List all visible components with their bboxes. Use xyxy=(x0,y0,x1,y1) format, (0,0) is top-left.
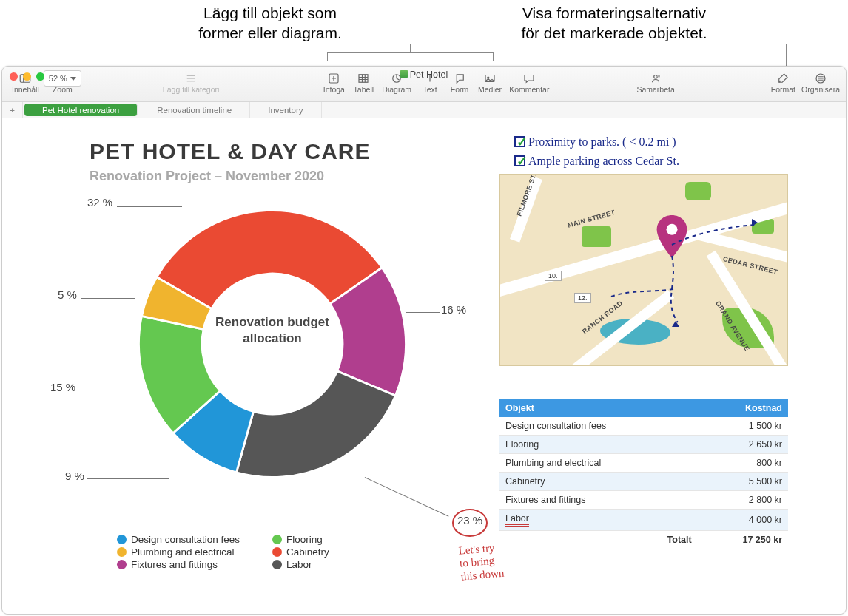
col-header-cost: Kostnad xyxy=(698,399,788,417)
legend-item: Cabinetry xyxy=(272,546,406,558)
cell-item: Fixtures and fittings xyxy=(499,491,698,510)
sheet-tab-label: Inventory xyxy=(268,106,303,115)
shape-icon xyxy=(452,72,467,85)
pct-flooring: 15 % xyxy=(50,381,75,393)
media-button[interactable] xyxy=(479,70,501,87)
insert-button[interactable] xyxy=(323,70,345,87)
legend-swatch xyxy=(117,547,127,557)
toolbar-label-tabell: Tabell xyxy=(354,85,374,94)
add-sheet-button[interactable]: + xyxy=(2,102,23,118)
leader-line xyxy=(406,312,440,313)
table-icon xyxy=(356,72,371,85)
table-row[interactable]: Plumbing and electrical800 kr xyxy=(499,454,788,473)
toolbar-label-text: Text xyxy=(423,85,437,94)
chart-button[interactable] xyxy=(386,70,408,87)
legend-item: Plumbing and electrical xyxy=(117,546,272,558)
toolbar-label-samarbeta: Samarbeta xyxy=(636,85,674,94)
table-row[interactable]: Fixtures and fittings2 800 kr xyxy=(499,491,788,510)
comment-icon xyxy=(522,72,536,85)
cell-cost: 1 500 kr xyxy=(698,417,788,436)
toolbar-label-infoga: Infoga xyxy=(323,85,345,94)
comment-button[interactable] xyxy=(518,70,540,87)
donut-slice xyxy=(236,371,395,478)
legend-swatch xyxy=(272,547,282,557)
page-title: PET HOTEL & DAY CARE xyxy=(90,139,371,164)
svg-rect-8 xyxy=(359,75,368,83)
toolbar-label-format: Format xyxy=(771,85,795,94)
legend-item: Flooring xyxy=(272,534,406,545)
brush-icon xyxy=(775,72,790,85)
leader-line xyxy=(87,478,169,479)
pct-plumbing: 5 % xyxy=(58,288,77,301)
legend-swatch xyxy=(272,560,282,569)
table-row[interactable]: Flooring2 650 kr xyxy=(499,436,788,454)
zoom-value: 52 % xyxy=(49,74,67,83)
callouts: Lägg till objekt som former eller diagra… xyxy=(0,0,848,67)
organize-button[interactable] xyxy=(810,70,832,87)
table-row[interactable]: Cabinetry5 500 kr xyxy=(499,473,788,491)
plus-icon: + xyxy=(10,106,15,115)
sheet-tab-label: Pet Hotel renovation xyxy=(42,106,119,115)
table-button[interactable] xyxy=(352,70,374,87)
checkbox-icon: ✓ xyxy=(514,136,525,147)
table-row[interactable]: Labor4 000 kr xyxy=(499,510,788,531)
legend-label: Flooring xyxy=(286,534,323,545)
handwritten-text: Proximity to parks. ( < 0.2 mi ) xyxy=(528,135,676,148)
shape-button[interactable] xyxy=(448,70,471,87)
toolbar-label-zoom: Zoom xyxy=(53,85,73,94)
add-category-button[interactable] xyxy=(180,70,202,87)
handwritten-text: Ample parking across Cedar St. xyxy=(528,155,679,167)
svg-marker-16 xyxy=(457,75,463,83)
pct-cabinetry: 32 % xyxy=(87,196,112,209)
cell-cost: 800 kr xyxy=(698,454,788,473)
legend-item: Labor xyxy=(272,559,406,570)
legend-label: Plumbing and electrical xyxy=(131,546,235,558)
zoom-dropdown[interactable]: 52 % xyxy=(44,70,81,87)
map-illustration: FILMORE ST. MAIN STREET CEDAR STREET RAN… xyxy=(499,174,788,366)
total-value: 17 250 kr xyxy=(698,531,788,549)
text-icon xyxy=(423,72,437,85)
cell-cost: 2 800 kr xyxy=(698,491,788,510)
text-button[interactable] xyxy=(419,70,441,87)
minimize-icon[interactable] xyxy=(23,72,31,81)
handwritten-note-1: ✓Proximity to parks. ( < 0.2 mi ) xyxy=(514,135,676,150)
total-label: Totalt xyxy=(499,531,698,549)
handwritten-note-2: ✓Ample parking across Cedar St. xyxy=(514,154,679,169)
col-header-item: Objekt xyxy=(499,399,698,417)
sheet-tab-label: Renovation timeline xyxy=(157,106,232,115)
close-icon[interactable] xyxy=(10,72,18,81)
table-row[interactable]: Design consultation fees1 500 kr xyxy=(499,417,788,436)
annotation-circle xyxy=(452,509,488,537)
sheet-tab-timeline[interactable]: Renovation timeline xyxy=(139,102,250,118)
insert-icon xyxy=(326,72,341,85)
legend-label: Design consultation fees xyxy=(131,534,240,545)
table-header-row: Objekt Kostnad xyxy=(499,399,788,417)
toolbar-label-diagram: Diagram xyxy=(382,85,411,94)
document-canvas: PET HOTEL & DAY CARE Renovation Project … xyxy=(2,118,846,614)
cell-cost: 5 500 kr xyxy=(698,473,788,491)
callout-insert-objects-text: Lägg till objekt som former eller diagra… xyxy=(198,4,342,41)
legend-item: Design consultation fees xyxy=(117,534,272,545)
legend-item: Fixtures and fittings xyxy=(117,559,272,570)
map-route xyxy=(500,175,788,366)
cell-item: Design consultation fees xyxy=(499,417,698,436)
sheet-tab-inventory[interactable]: Inventory xyxy=(250,102,321,118)
toolbar-label-medier: Medier xyxy=(478,85,502,94)
toolbar-label-kategori: Lägg till kategori xyxy=(163,85,219,94)
cell-item: Flooring xyxy=(499,436,698,454)
callout-insert-objects: Lägg till objekt som former eller diagra… xyxy=(148,3,392,44)
cell-cost: 2 650 kr xyxy=(698,436,788,454)
legend-label: Cabinetry xyxy=(286,546,329,558)
svg-point-19 xyxy=(654,75,658,79)
legend-swatch xyxy=(117,560,127,569)
format-button[interactable] xyxy=(772,70,794,87)
collaborate-icon xyxy=(648,72,663,85)
sheet-tab-renovation[interactable]: Pet Hotel renovation xyxy=(24,104,138,116)
zoom-icon[interactable] xyxy=(36,72,44,81)
cost-table[interactable]: Objekt Kostnad Design consultation fees1… xyxy=(499,399,788,549)
cell-item: Cabinetry xyxy=(499,473,698,491)
callout-format-options: Visa formateringsalternativ för det mark… xyxy=(485,3,744,44)
legend-label: Fixtures and fittings xyxy=(131,559,218,570)
cell-cost: 4 000 kr xyxy=(698,510,788,531)
collaborate-button[interactable] xyxy=(645,70,667,87)
